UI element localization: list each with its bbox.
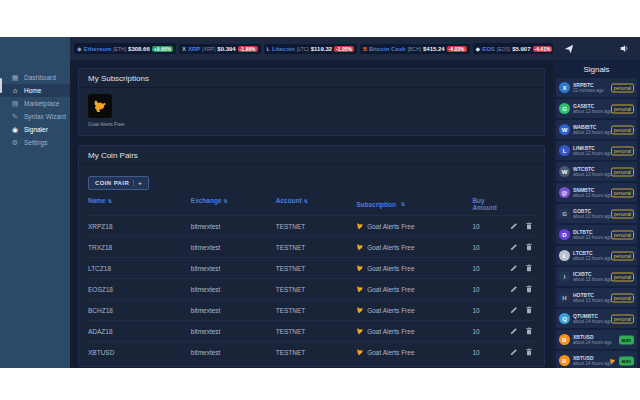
add-coin-pair-button[interactable]: COIN PAIR + (88, 176, 149, 190)
signal-list-item[interactable]: H HOTBTC about 13 hours ago personal (556, 288, 637, 307)
sidebar-item[interactable]: ▤ Marketplace (0, 97, 70, 110)
signal-coin-glyph: X (562, 85, 566, 91)
price-change-badge: -4.41% (533, 46, 553, 52)
signal-coin-icon: D (559, 229, 570, 240)
coin-icon: ◆ (476, 45, 481, 52)
coin-name: EOS (482, 46, 495, 52)
sidebar-item-icon: ✎ (11, 113, 19, 121)
edit-icon[interactable] (510, 306, 518, 314)
ticker-chip[interactable]: ◆ EOS [EOS] $5.907 -4.41% (473, 43, 553, 54)
delete-icon[interactable] (525, 264, 533, 272)
edit-icon[interactable] (510, 285, 518, 293)
pair-exchange: bitmextest (191, 286, 276, 293)
table-row[interactable]: XRPZ18 bitmextest TESTNET Goat Alerts Fr… (88, 215, 535, 236)
ticker-chip[interactable]: Ł Litecoin [LTC] $119.32 -1.05% (264, 44, 357, 54)
column-header-account[interactable]: Account⇅ (276, 197, 356, 211)
table-row[interactable]: BCHZ18 bitmextest TESTNET Goat Alerts Fr… (88, 299, 535, 320)
sidebar-item[interactable]: ⌂ Home (0, 84, 70, 97)
subscription-item[interactable]: Goat Alerts Free (88, 94, 124, 127)
signal-text: ICXBTC about 13 hours ago (573, 271, 612, 282)
pair-subscription: Goat Alerts Free (356, 348, 472, 356)
signal-coin-glyph: G (562, 211, 567, 217)
sidebar-item-icon: ⚙ (11, 139, 19, 147)
signal-list-item[interactable]: W WTCBTC about 13 hours ago personal (556, 162, 637, 181)
sidebar-item[interactable]: ▦ Dashboard (0, 71, 70, 84)
ticker-chip[interactable]: B Bitcoin Cash [BCH] $415.24 -4.03% (360, 44, 470, 54)
sidebar-item[interactable]: ◉ Signaler (0, 123, 70, 136)
signal-coin-glyph: I (564, 274, 566, 280)
column-header-subscription[interactable]: Subscription⇅ (356, 197, 472, 211)
table-row[interactable]: TRXZ18 bitmextest TESTNET Goat Alerts Fr… (88, 236, 535, 257)
center-column: ◆ Ethereum [ETH] $308.66 +0.66% X XRP [X… (70, 37, 553, 368)
volume-icon[interactable] (620, 44, 629, 53)
edit-icon[interactable] (510, 243, 518, 251)
delete-icon[interactable] (525, 285, 533, 293)
sidebar-item-icon: ▤ (11, 100, 19, 108)
sidebar-item[interactable]: ✎ Syntax Wizard (0, 110, 70, 123)
signal-list-item[interactable]: @ SNMBTC about 13 hours ago personal (556, 183, 637, 202)
coin-name: XRP (188, 46, 200, 52)
column-header-buy-amount[interactable]: Buy Amount (472, 197, 508, 211)
sidebar-item[interactable]: ⚙ Settings (0, 136, 70, 149)
table-row[interactable]: XBTUSD bitmextest TESTNET Goat Alerts Fr… (88, 341, 535, 362)
signal-coin-icon: B (559, 355, 570, 366)
delete-icon[interactable] (525, 348, 533, 356)
sort-icon: ⇅ (401, 201, 405, 207)
signal-list-item[interactable]: Q QTUMBTC about 14 hours ago personal (556, 309, 637, 328)
pair-buy-amount: 10 (472, 244, 508, 251)
signal-coin-icon: X (559, 82, 570, 93)
subscription-name: Goat Alerts Free (88, 121, 124, 127)
ticker-chip[interactable]: ◆ Ethereum [ETH] $308.66 +0.66% (74, 43, 176, 54)
goat-icon (356, 348, 364, 356)
goat-icon (356, 243, 364, 251)
signal-list-item[interactable]: B XBTUSD about 14 hours ago auto (556, 351, 637, 368)
table-row[interactable]: LTCZ18 bitmextest TESTNET Goat Alerts Fr… (88, 257, 535, 278)
delete-icon[interactable] (525, 243, 533, 251)
page-canvas: ▦ Dashboard ⌂ Home ▤ Marketplace ✎ (0, 0, 640, 400)
signal-coin-icon: G (559, 208, 570, 219)
edit-icon[interactable] (510, 348, 518, 356)
signal-coin-glyph: @ (562, 190, 568, 196)
plus-icon: + (133, 180, 142, 186)
signal-time: about 12 hours ago (573, 151, 612, 156)
signal-list-item[interactable]: L LINKBTC about 12 hours ago personal (556, 141, 637, 160)
signal-coin-glyph: W (562, 127, 568, 133)
coin-symbol: [ETH] (113, 46, 126, 52)
table-row[interactable]: ADAZ18 bitmextest TESTNET Goat Alerts Fr… (88, 320, 535, 341)
signal-time: about 13 hours ago (573, 193, 612, 198)
signal-list-item[interactable]: W WABIBTC about 13 hours ago personal (556, 120, 637, 139)
delete-icon[interactable] (525, 306, 533, 314)
edit-icon[interactable] (510, 264, 518, 272)
pair-account: TESTNET (276, 244, 356, 251)
coin-name: Litecoin (272, 46, 295, 52)
goat-icon (356, 264, 364, 272)
coin-icon: X (182, 46, 186, 52)
signal-list-item[interactable]: Ł LTCBTC about 13 hours ago personal (556, 246, 637, 265)
signal-coin-icon: Ł (559, 250, 570, 261)
signal-list-item[interactable]: X XRPBTC 22 minutes ago personal (556, 78, 637, 97)
column-header-exchange[interactable]: Exchange⇅ (191, 197, 276, 211)
edit-icon[interactable] (510, 222, 518, 230)
signal-badge: personal (611, 188, 634, 197)
signal-badge: personal (611, 83, 634, 92)
delete-icon[interactable] (525, 222, 533, 230)
scroll-indicator[interactable] (0, 78, 2, 93)
ticker-chip[interactable]: X XRP [XRP] $0.394 -1.99% (179, 44, 261, 54)
table-row[interactable]: EOSZ18 bitmextest TESTNET Goat Alerts Fr… (88, 278, 535, 299)
signal-coin-icon: H (559, 292, 570, 303)
goat-icon (356, 327, 364, 335)
signal-badge: personal (611, 293, 634, 302)
edit-icon[interactable] (510, 327, 518, 335)
signal-list-item[interactable]: B XBTUSD about 14 hours ago auto (556, 330, 637, 349)
delete-icon[interactable] (525, 327, 533, 335)
column-header-name[interactable]: Name⇅ (88, 197, 191, 211)
send-plane-icon[interactable] (564, 44, 574, 54)
signal-list-item[interactable]: G GOBTC about 13 hours ago personal (556, 204, 637, 223)
row-actions (508, 222, 535, 230)
signal-list-item[interactable]: G GASBTC about 13 hours ago personal (556, 99, 637, 118)
pair-buy-amount: 10 (472, 265, 508, 272)
signal-list-item[interactable]: D DLTBTC about 13 hours ago personal (556, 225, 637, 244)
signal-text: DLTBTC about 13 hours ago (573, 229, 612, 240)
signal-list-item[interactable]: I ICXBTC about 13 hours ago personal (556, 267, 637, 286)
signal-time: about 13 hours ago (573, 235, 612, 240)
